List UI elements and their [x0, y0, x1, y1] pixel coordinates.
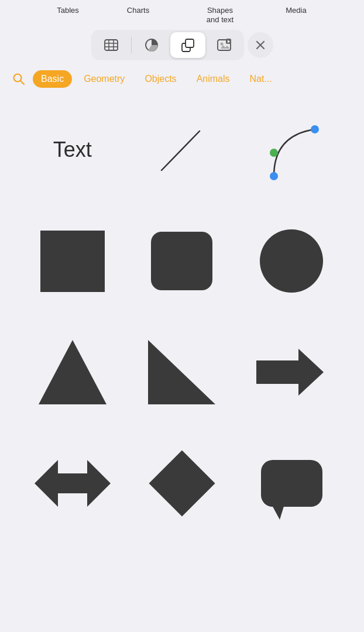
svg-rect-0 [105, 40, 118, 50]
shape-speech-bubble-item[interactable] [245, 445, 338, 521]
diamond-shape [149, 451, 215, 517]
shapes-row-1: Text [12, 100, 352, 200]
tab-geometry[interactable]: Geometry [75, 70, 133, 88]
media-label-text: Media [286, 6, 306, 15]
toolbar-divider-1 [131, 37, 132, 53]
speech-bubble-shape [261, 460, 322, 507]
tables-label: Tables [36, 6, 100, 24]
shapes-row-3 [12, 322, 352, 422]
search-button[interactable] [8, 68, 29, 90]
shape-diamond-item[interactable] [135, 445, 229, 521]
shapes-row-4 [12, 434, 352, 533]
charts-label: Charts [106, 6, 170, 24]
arrow-shape [256, 343, 327, 401]
right-triangle-shape [148, 340, 215, 404]
shape-curve-item[interactable] [245, 112, 338, 188]
category-tabs: Basic Geometry Objects Animals Nat... [0, 64, 364, 94]
svg-line-16 [20, 81, 24, 84]
shape-right-triangle-item[interactable] [135, 334, 229, 410]
tab-basic[interactable]: Basic [33, 70, 72, 88]
tables-button[interactable] [94, 32, 129, 58]
toolbar-labels: Tables Charts Shapes and text Media [0, 0, 364, 26]
shape-circle-item[interactable] [245, 223, 338, 299]
tables-label-text: Tables [57, 6, 79, 15]
svg-rect-7 [186, 39, 194, 47]
double-arrow-shape [35, 451, 111, 516]
rectangle-shape [40, 231, 105, 292]
tab-animals[interactable]: Animals [188, 70, 238, 88]
svg-point-19 [270, 149, 278, 157]
circle-shape [260, 229, 323, 293]
shapes-label-text: Shapes and text [207, 6, 233, 24]
svg-line-17 [162, 131, 200, 170]
shape-rectangle-item[interactable] [26, 223, 119, 299]
shapes-grid: Text [0, 94, 364, 551]
text-shape: Text [53, 138, 92, 162]
shape-line-item[interactable] [135, 112, 229, 188]
svg-point-10 [220, 43, 223, 46]
media-button[interactable] [207, 32, 242, 58]
svg-point-18 [311, 125, 319, 133]
main-toolbar [0, 26, 364, 64]
charts-label-text: Charts [127, 6, 149, 15]
tab-objects[interactable]: Objects [136, 70, 184, 88]
svg-marker-22 [35, 460, 111, 507]
toolbar-pill [91, 30, 244, 60]
shape-double-arrow-item[interactable] [26, 445, 119, 521]
shape-arrow-item[interactable] [245, 334, 338, 410]
charts-button[interactable] [134, 32, 169, 58]
shapes-label: Shapes and text [182, 6, 258, 24]
svg-marker-21 [256, 349, 324, 396]
rounded-rect-shape [151, 232, 212, 290]
shapes-row-2 [12, 211, 352, 311]
shapes-button[interactable] [170, 32, 205, 58]
triangle-shape [39, 340, 107, 404]
svg-point-20 [270, 172, 278, 180]
media-label: Media [264, 6, 328, 24]
tab-nature[interactable]: Nat... [242, 70, 280, 88]
shape-triangle-item[interactable] [26, 334, 119, 410]
shape-rounded-rect-item[interactable] [135, 223, 229, 299]
shape-text-item[interactable]: Text [26, 112, 119, 188]
close-button[interactable] [248, 32, 273, 58]
